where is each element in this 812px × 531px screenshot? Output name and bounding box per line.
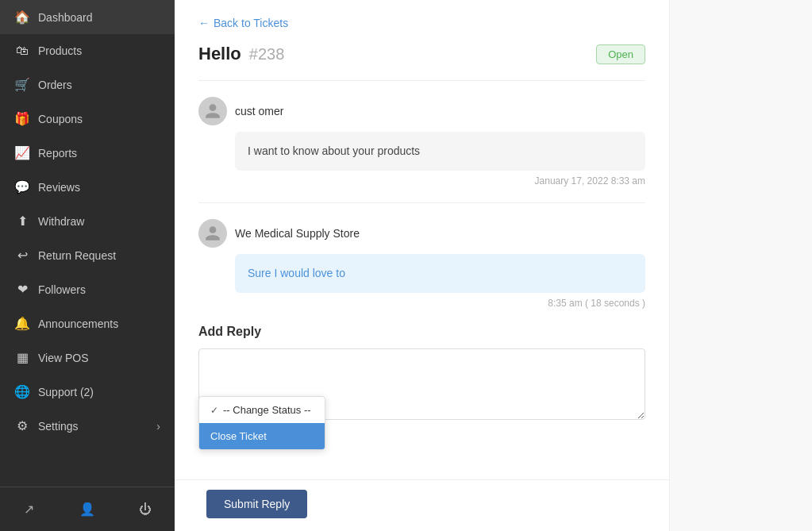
sidebar-label-coupons: Coupons <box>38 113 160 125</box>
sidebar: 🏠 Dashboard 🛍 Products 🛒 Orders 🎁 Coupon… <box>0 0 175 531</box>
settings-arrow-icon: › <box>156 420 160 433</box>
close-ticket-option-label: Close Ticket <box>210 430 267 442</box>
sidebar-label-pos: View POS <box>38 352 160 364</box>
back-to-tickets-label: Back to Tickets <box>214 17 288 29</box>
external-link-button[interactable]: ↗ <box>0 495 58 523</box>
sidebar-label-orders: Orders <box>38 79 160 91</box>
user-icon: 👤 <box>79 502 95 517</box>
sidebar-item-reports[interactable]: 📈 Reports <box>0 136 175 170</box>
author-row-store: We Medical Supply Store <box>198 219 645 248</box>
sidebar-item-return-request[interactable]: ↩ Return Request <box>0 238 175 272</box>
ticket-number: #238 <box>249 45 285 63</box>
back-arrow-icon: ← <box>198 17 210 29</box>
dropdown-item-close-ticket[interactable]: Close Ticket <box>199 423 325 449</box>
reports-icon: 📈 <box>14 145 30 160</box>
dropdown-menu: ✓ -- Change Status -- Close Ticket <box>198 396 325 450</box>
external-link-icon: ↗ <box>24 502 34 517</box>
announcements-icon: 🔔 <box>14 316 30 331</box>
footer-actions: ✓ -- Change Status -- Close Ticket Submi… <box>175 479 669 531</box>
sidebar-label-reviews: Reviews <box>38 181 160 194</box>
sidebar-bottom: ↗ 👤 ⏻ <box>0 487 175 531</box>
withdraw-icon: ⬆ <box>14 214 30 229</box>
ticket-title: Hello #238 <box>198 44 284 64</box>
user-profile-button[interactable]: 👤 <box>58 495 116 523</box>
timestamp-store: 8:35 am ( 18 seconds ) <box>235 298 645 309</box>
message-block-customer: cust omer I want to know about your prod… <box>198 97 645 187</box>
main-content: ← Back to Tickets Hello #238 Open cust o… <box>175 0 669 531</box>
author-name-customer: cust omer <box>235 105 283 117</box>
coupons-icon: 🎁 <box>14 111 30 126</box>
sidebar-label-dashboard: Dashboard <box>38 11 160 24</box>
sidebar-label-followers: Followers <box>38 283 160 296</box>
dropdown-item-change-status[interactable]: ✓ -- Change Status -- <box>199 397 325 423</box>
support-icon: 🌐 <box>14 384 30 399</box>
message-block-store: We Medical Supply Store Sure I would lov… <box>198 219 645 309</box>
sidebar-item-coupons[interactable]: 🎁 Coupons <box>0 102 175 136</box>
back-to-tickets-link[interactable]: ← Back to Tickets <box>198 17 288 29</box>
timestamp-customer: January 17, 2022 8:33 am <box>235 175 645 187</box>
author-row-customer: cust omer <box>198 97 645 125</box>
sidebar-label-settings: Settings <box>38 420 79 433</box>
sidebar-label-support: Support (2) <box>38 386 160 398</box>
sidebar-item-settings[interactable]: ⚙ Settings › <box>0 409 175 443</box>
sidebar-label-withdraw: Withdraw <box>38 215 160 228</box>
sidebar-item-withdraw[interactable]: ⬆ Withdraw <box>0 204 175 238</box>
dashboard-icon: 🏠 <box>14 10 30 25</box>
status-badge: Open <box>596 44 645 64</box>
change-status-option-label: -- Change Status -- <box>223 404 311 416</box>
sidebar-item-support[interactable]: 🌐 Support (2) <box>0 375 175 409</box>
sidebar-item-products[interactable]: 🛍 Products <box>0 34 175 67</box>
settings-icon: ⚙ <box>14 418 30 433</box>
reviews-icon: 💬 <box>14 179 30 194</box>
avatar-store <box>198 219 227 248</box>
sidebar-label-reports: Reports <box>38 147 160 160</box>
sidebar-item-dashboard[interactable]: 🏠 Dashboard <box>0 0 175 34</box>
products-icon: 🛍 <box>14 44 30 58</box>
sidebar-item-announcements[interactable]: 🔔 Announcements <box>0 306 175 341</box>
messages-area: cust omer I want to know about your prod… <box>198 80 645 423</box>
submit-reply-button[interactable]: Submit Reply <box>206 490 307 518</box>
logout-button[interactable]: ⏻ <box>117 495 175 523</box>
return-icon: ↩ <box>14 248 30 263</box>
sidebar-item-reviews[interactable]: 💬 Reviews <box>0 170 175 204</box>
sidebar-label-announcements: Announcements <box>38 317 160 330</box>
message-text-customer: I want to know about your products <box>235 132 645 171</box>
orders-icon: 🛒 <box>14 77 30 92</box>
sidebar-item-orders[interactable]: 🛒 Orders <box>0 67 175 102</box>
author-name-store: We Medical Supply Store <box>235 227 360 240</box>
add-reply-label: Add Reply <box>198 325 645 339</box>
sidebar-item-view-pos[interactable]: ▦ View POS <box>0 341 175 375</box>
sidebar-item-followers[interactable]: ❤ Followers <box>0 272 175 306</box>
avatar-customer <box>198 97 227 125</box>
sidebar-label-return: Return Request <box>38 249 160 262</box>
ticket-title-text: Hello <box>198 44 241 64</box>
power-icon: ⏻ <box>139 502 152 517</box>
followers-icon: ❤ <box>14 282 30 297</box>
message-divider <box>198 202 645 203</box>
right-panel <box>669 0 812 531</box>
ticket-header: Hello #238 Open <box>198 44 645 64</box>
submit-reply-label: Submit Reply <box>224 498 290 510</box>
pos-icon: ▦ <box>14 350 30 365</box>
message-text-store: Sure I would love to <box>235 254 645 293</box>
check-icon: ✓ <box>210 405 218 416</box>
sidebar-label-products: Products <box>38 44 160 57</box>
